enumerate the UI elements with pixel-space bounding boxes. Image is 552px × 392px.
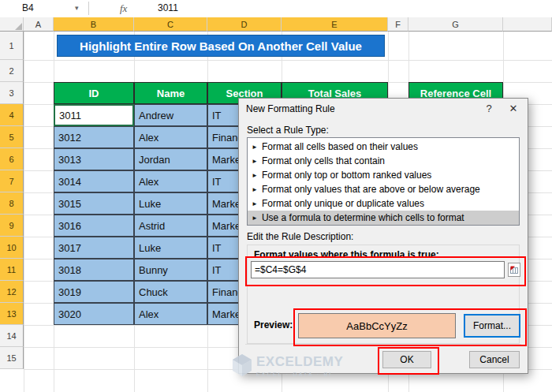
cell-b10[interactable]: 3017 <box>54 237 134 259</box>
arrow-icon: ► <box>252 215 258 222</box>
column-header-e[interactable]: E <box>282 17 388 32</box>
arrow-icon: ► <box>252 186 258 193</box>
arrow-icon: ► <box>252 200 258 207</box>
cell-c5[interactable]: Alex <box>134 126 207 148</box>
select-rule-type-label: Select a Rule Type: <box>247 125 329 136</box>
cell-c9[interactable]: Astrid <box>134 215 207 237</box>
rule-type-option-ranked[interactable]: ► Format only top or bottom ranked value… <box>248 168 519 182</box>
cell-c13[interactable]: Alex <box>134 303 207 325</box>
ok-button[interactable]: OK <box>382 351 431 368</box>
select-all-triangle-icon <box>15 23 22 30</box>
range-picker-icon[interactable] <box>508 263 520 277</box>
formula-bar-divider <box>88 2 89 15</box>
cell-b8[interactable]: 3015 <box>54 192 134 215</box>
name-box-dropdown-icon[interactable]: ▾ <box>75 0 79 17</box>
row-header-12[interactable]: 12 <box>0 281 24 303</box>
cell-c4[interactable]: Andrew <box>134 104 207 126</box>
arrow-icon: ► <box>252 144 258 151</box>
rule-type-label: Use a formula to determine which cells t… <box>262 212 464 223</box>
cell-b5[interactable]: 3012 <box>54 126 134 148</box>
new-formatting-rule-dialog: New Formatting Rule ? ✕ Select a Rule Ty… <box>238 98 528 374</box>
table-header-id[interactable]: ID <box>54 82 134 104</box>
column-header-g[interactable]: G <box>408 17 503 32</box>
row-header-8[interactable]: 8 <box>0 192 24 215</box>
cell-c10[interactable]: Luke <box>134 237 207 259</box>
row-header-13[interactable]: 13 <box>0 303 24 325</box>
cell-c12[interactable]: Chuck <box>134 281 207 303</box>
formula-prompt-label: Format values where this formula is true… <box>254 249 439 260</box>
dialog-separator <box>245 344 521 345</box>
dialog-titlebar[interactable]: New Formatting Rule ? ✕ <box>239 99 528 119</box>
watermark-brand: EXCELDEMY <box>256 354 343 370</box>
cell-c11[interactable]: Bunny <box>134 259 207 281</box>
preview-label: Preview: <box>254 319 293 330</box>
cell-b12[interactable]: 3019 <box>54 281 134 303</box>
fx-icon[interactable]: fx <box>120 0 127 17</box>
excel-window: B4 ▾ fx 3011 A B C D <box>0 0 552 392</box>
cell-b7[interactable]: 3014 <box>54 170 134 192</box>
rule-type-list: ► Format all cells based on their values… <box>247 137 520 226</box>
row-header-7[interactable]: 7 <box>0 170 24 192</box>
row-header-3[interactable]: 3 <box>0 82 24 104</box>
select-all-corner[interactable] <box>0 17 24 32</box>
close-button[interactable]: ✕ <box>503 101 524 117</box>
preview-box: AaBbCcYyZz <box>298 313 456 338</box>
rule-description-group: Format values where this formula is true… <box>247 245 520 344</box>
cell-c8[interactable]: Luke <box>134 192 207 215</box>
rule-type-label: Format only cells that contain <box>262 155 385 166</box>
rule-type-option-formula[interactable]: ► Use a formula to determine which cells… <box>248 211 519 225</box>
rule-type-label: Format all cells based on their values <box>262 141 418 152</box>
watermark: EXCELDEMY EXCEL · DATA · BI <box>233 354 343 377</box>
row-header-6[interactable]: 6 <box>0 148 24 170</box>
column-header-f[interactable]: F <box>388 17 408 32</box>
formula-input[interactable]: =$C4=$G$4 <box>251 261 505 278</box>
rule-type-option-unique[interactable]: ► Format only unique or duplicate values <box>248 196 519 211</box>
column-header-c[interactable]: C <box>134 17 207 32</box>
rule-type-option-values[interactable]: ► Format all cells based on their values <box>248 140 519 154</box>
arrow-icon: ► <box>252 172 258 179</box>
row-header-11[interactable]: 11 <box>0 259 24 281</box>
formula-bar-input[interactable]: 3011 <box>158 0 178 17</box>
cell-c7[interactable]: Alex <box>134 170 207 192</box>
rule-type-option-average[interactable]: ► Format only values that are above or b… <box>248 182 519 196</box>
formula-bar-row: B4 ▾ fx 3011 <box>0 0 552 18</box>
column-header-a[interactable]: A <box>24 17 54 32</box>
edit-description-label: Edit the Rule Description: <box>247 231 353 242</box>
rule-type-option-contain[interactable]: ► Format only cells that contain <box>248 154 519 168</box>
row-header-10[interactable]: 10 <box>0 237 24 259</box>
cell-b6[interactable]: 3013 <box>54 148 134 170</box>
exceldemy-logo-icon <box>233 354 252 376</box>
rule-type-label: Format only top or bottom ranked values <box>262 170 431 181</box>
row-header-5[interactable]: 5 <box>0 126 24 148</box>
row-header-9[interactable]: 9 <box>0 215 24 237</box>
cancel-button[interactable]: Cancel <box>469 351 520 368</box>
name-box[interactable]: B4 <box>0 0 109 17</box>
table-header-name[interactable]: Name <box>134 82 207 104</box>
rule-type-label: Format only values that are above or bel… <box>262 184 480 195</box>
column-header-b[interactable]: B <box>54 17 134 32</box>
column-header-d[interactable]: D <box>207 17 282 32</box>
gridline <box>24 60 552 61</box>
help-button[interactable]: ? <box>479 101 499 117</box>
row-header-15[interactable]: 15 <box>0 347 24 369</box>
gridline <box>24 32 24 392</box>
row-header-4[interactable]: 4 <box>0 104 24 126</box>
cell-c6[interactable]: Jordan <box>134 148 207 170</box>
row-header-2[interactable]: 2 <box>0 60 24 82</box>
cell-b4[interactable]: 3011 <box>54 104 134 126</box>
name-box-value: B4 <box>22 2 34 13</box>
title-banner: Highlight Entire Row Based On Another Ce… <box>57 35 385 57</box>
cell-b13[interactable]: 3020 <box>54 303 134 325</box>
cell-b11[interactable]: 3018 <box>54 259 134 281</box>
row-header-1[interactable]: 1 <box>0 32 24 60</box>
column-header-blank[interactable] <box>503 17 552 32</box>
watermark-tagline: EXCEL · DATA · BI <box>256 371 343 377</box>
row-header-14[interactable]: 14 <box>0 325 24 347</box>
format-button[interactable]: Format... <box>464 314 520 338</box>
rule-type-label: Format only unique or duplicate values <box>262 198 424 209</box>
cell-b9[interactable]: 3016 <box>54 215 134 237</box>
dialog-title: New Formatting Rule <box>246 103 335 114</box>
arrow-icon: ► <box>252 158 258 165</box>
